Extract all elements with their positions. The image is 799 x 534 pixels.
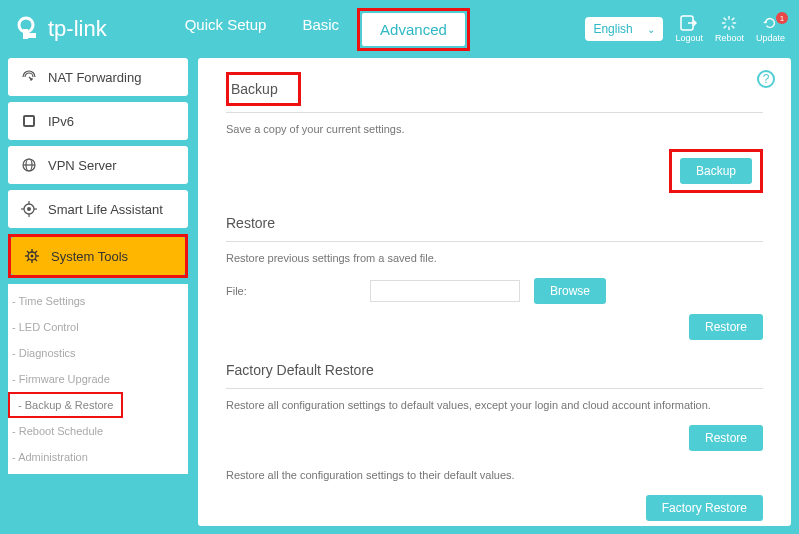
brand-logo: tp-link xyxy=(14,15,107,43)
restore-button[interactable]: Restore xyxy=(689,314,763,340)
sidebar-item-nat[interactable]: NAT Forwarding xyxy=(8,58,188,96)
svg-line-10 xyxy=(724,26,727,29)
svg-point-18 xyxy=(27,207,31,211)
sidebar-sub-diagnostics[interactable]: - Diagnostics xyxy=(8,340,188,366)
update-button[interactable]: 1 Update xyxy=(756,15,785,43)
sidebar-sub-backup-restore[interactable]: - Backup & Restore xyxy=(8,392,123,418)
backup-button[interactable]: Backup xyxy=(680,158,752,184)
svg-line-30 xyxy=(35,259,37,261)
sidebar-sub-time[interactable]: - Time Settings xyxy=(8,288,188,314)
svg-rect-2 xyxy=(28,33,36,38)
sidebar-item-vpn[interactable]: VPN Server xyxy=(8,146,188,184)
svg-rect-1 xyxy=(23,29,28,39)
browse-button[interactable]: Browse xyxy=(534,278,606,304)
tab-advanced[interactable]: Advanced xyxy=(362,13,465,46)
sidebar-sub-firmware[interactable]: - Firmware Upgrade xyxy=(8,366,188,392)
tab-basic[interactable]: Basic xyxy=(284,8,357,51)
nat-icon xyxy=(20,68,38,86)
tplink-icon xyxy=(14,15,42,43)
factory-reset-button[interactable]: Factory Restore xyxy=(646,495,763,521)
sidebar-sub-reboot-schedule[interactable]: - Reboot Schedule xyxy=(8,418,188,444)
section-backup-title: Backup xyxy=(231,77,278,101)
factory-desc-1: Restore all configuration settings to de… xyxy=(226,399,763,411)
sidebar-item-ipv6[interactable]: IPv6 xyxy=(8,102,188,140)
language-select[interactable]: English ⌄ xyxy=(585,17,663,41)
help-icon[interactable]: ? xyxy=(757,70,775,88)
tab-quick-setup[interactable]: Quick Setup xyxy=(167,8,285,51)
file-label: File: xyxy=(226,285,356,297)
vpn-icon xyxy=(20,156,38,174)
svg-point-24 xyxy=(31,255,34,258)
brand-text: tp-link xyxy=(48,16,107,42)
smart-icon xyxy=(20,200,38,218)
sidebar-sub-admin[interactable]: - Administration xyxy=(8,444,188,470)
svg-rect-13 xyxy=(25,117,33,125)
file-input[interactable] xyxy=(370,280,520,302)
svg-line-29 xyxy=(27,251,29,253)
divider xyxy=(226,388,763,389)
logout-icon xyxy=(680,15,698,31)
reboot-icon xyxy=(720,15,738,31)
ipv6-icon xyxy=(20,112,38,130)
svg-line-31 xyxy=(27,259,29,261)
factory-desc-2: Restore all the configuration settings t… xyxy=(226,469,763,481)
language-value: English xyxy=(593,22,632,36)
divider xyxy=(226,241,763,242)
svg-line-11 xyxy=(732,18,735,21)
svg-line-32 xyxy=(35,251,37,253)
restore-desc: Restore previous settings from a saved f… xyxy=(226,252,763,264)
sidebar-item-smart[interactable]: Smart Life Assistant xyxy=(8,190,188,228)
section-restore-title: Restore xyxy=(226,211,763,235)
sidebar-item-system-tools[interactable]: System Tools xyxy=(11,237,185,275)
reboot-button[interactable]: Reboot xyxy=(715,15,744,43)
section-factory-title: Factory Default Restore xyxy=(226,358,763,382)
svg-line-9 xyxy=(732,26,735,29)
update-badge: 1 xyxy=(776,12,788,24)
chevron-down-icon: ⌄ xyxy=(647,24,655,35)
sidebar-sub-led[interactable]: - LED Control xyxy=(8,314,188,340)
svg-line-8 xyxy=(724,18,727,21)
backup-desc: Save a copy of your current settings. xyxy=(226,123,763,135)
divider xyxy=(226,112,763,113)
factory-restore-button[interactable]: Restore xyxy=(689,425,763,451)
gear-icon xyxy=(23,247,41,265)
logout-button[interactable]: Logout xyxy=(675,15,703,43)
